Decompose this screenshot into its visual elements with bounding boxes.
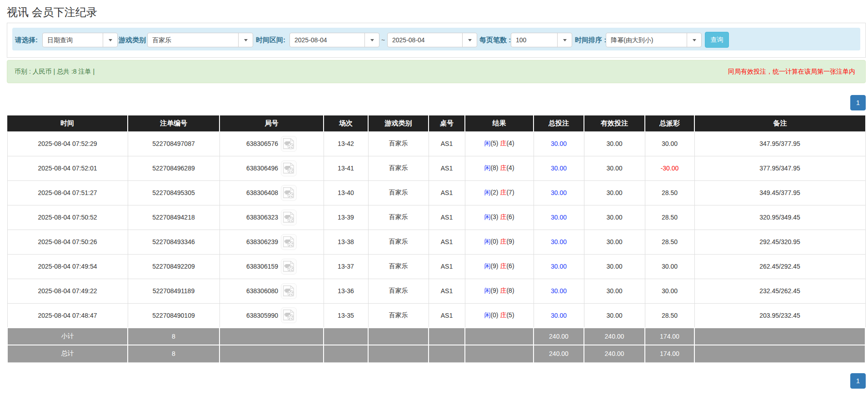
round-cell-content: 638306323: [246, 210, 297, 225]
video-file-icon: [283, 211, 295, 224]
cell-table-no: AS1: [429, 230, 465, 254]
date-from-input[interactable]: 2025-08-04: [289, 33, 379, 47]
page-size-select[interactable]: 100: [511, 33, 572, 47]
cell-result: 闲(0) 庄(5): [465, 303, 534, 328]
cell-round-id: 638306080: [219, 279, 324, 303]
video-replay-button[interactable]: [281, 160, 297, 176]
cell-result: 闲(3) 庄(6): [465, 205, 534, 230]
cell-time: 2025-08-04 07:52:29: [7, 131, 128, 156]
search-button[interactable]: 查询: [705, 32, 729, 48]
subtotal-cell: [465, 328, 534, 345]
result-player: 闲: [484, 164, 490, 171]
cell-payout: 30.00: [645, 279, 694, 303]
sort-order-select[interactable]: 降幂(由大到小): [606, 33, 702, 47]
cell-session: 13-41: [324, 156, 368, 180]
sort-order-label: 时间排序 :: [575, 29, 606, 51]
round-number: 638306576: [246, 140, 278, 147]
total-cell: 总计: [7, 345, 128, 362]
filter-bar: 请选择: 日期查询 游戏类别 百家乐 时间区间: 2025-08-04 ~ 20…: [12, 28, 860, 50]
range-separator: ~: [381, 29, 385, 51]
video-file-icon: [283, 309, 295, 321]
table-row: 2025-08-04 07:52:29522708497087638306576…: [7, 131, 865, 156]
total-bet-link[interactable]: 30.00: [551, 287, 567, 295]
subtotal-cell: [219, 328, 324, 345]
cell-session: 13-35: [324, 303, 368, 328]
page-number-button[interactable]: 1: [850, 95, 866, 110]
column-header: 总投注: [534, 115, 584, 131]
cell-game-type: 百家乐: [368, 254, 429, 279]
video-replay-button[interactable]: [281, 234, 297, 250]
table-body: 2025-08-04 07:52:29522708497087638306576…: [7, 131, 865, 362]
cell-round-id: 638306239: [219, 230, 324, 254]
date-to-value: 2025-08-04: [388, 33, 462, 47]
game-type-value: 百家乐: [148, 33, 238, 47]
table-row: 2025-08-04 07:49:22522708491189638306080…: [7, 279, 865, 303]
game-type-select[interactable]: 百家乐: [147, 33, 253, 47]
total-cell: [324, 345, 368, 362]
video-replay-button[interactable]: [281, 185, 297, 201]
video-replay-button[interactable]: [281, 210, 297, 225]
table-header-row: 时间注单编号局号场次游戏类别桌号结果总投注有效投注总派彩备注: [7, 115, 865, 131]
total-bet-link[interactable]: 30.00: [551, 189, 567, 196]
video-replay-button[interactable]: [281, 283, 297, 299]
round-number: 638306496: [246, 165, 278, 172]
cell-note: 377.95/347.95: [694, 156, 865, 180]
cell-total-bet: 30.00: [534, 303, 584, 328]
cell-result: 闲(2) 庄(7): [465, 180, 534, 205]
subtotal-cell: 小计: [7, 328, 128, 345]
cell-total-bet: 30.00: [534, 230, 584, 254]
cell-valid-bet: 30.00: [584, 156, 645, 180]
cell-bet-id: 522708490109: [128, 303, 219, 328]
query-type-label: 请选择:: [15, 29, 38, 51]
cell-bet-id: 522708496289: [128, 156, 219, 180]
payout-value: 28.50: [662, 238, 678, 245]
subtotal-cell: 240.00: [584, 328, 645, 345]
video-replay-button[interactable]: [281, 307, 297, 323]
query-type-select[interactable]: 日期查询: [42, 33, 118, 47]
total-bet-link[interactable]: 30.00: [551, 214, 567, 221]
cell-note: 349.45/377.95: [694, 180, 865, 205]
cell-game-type: 百家乐: [368, 131, 429, 156]
cell-table-no: AS1: [429, 279, 465, 303]
cell-table-no: AS1: [429, 156, 465, 180]
cell-total-bet: 30.00: [534, 279, 584, 303]
column-header: 场次: [324, 115, 368, 131]
table-row: 2025-08-04 07:50:26522708493346638306239…: [7, 230, 865, 254]
total-bet-link[interactable]: 30.00: [551, 312, 567, 319]
video-replay-button[interactable]: [281, 259, 297, 275]
total-bet-link[interactable]: 30.00: [551, 165, 567, 172]
total-row: 总计8240.00240.00174.00: [7, 345, 865, 362]
round-cell-content: 638305990: [246, 307, 297, 323]
result-banker: 庄: [500, 287, 506, 294]
cell-game-type: 百家乐: [368, 279, 429, 303]
total-bet-link[interactable]: 30.00: [551, 263, 567, 270]
cell-note: 292.45/320.95: [694, 230, 865, 254]
cell-result: 闲(9) 庄(8): [465, 279, 534, 303]
table-row: 2025-08-04 07:50:52522708494218638306323…: [7, 205, 865, 230]
cell-round-id: 638305990: [219, 303, 324, 328]
round-number: 638306323: [246, 214, 278, 221]
total-bet-link[interactable]: 30.00: [551, 140, 567, 147]
total-bet-link[interactable]: 30.00: [551, 238, 567, 245]
column-header: 桌号: [429, 115, 465, 131]
table-row: 2025-08-04 07:52:01522708496289638306496…: [7, 156, 865, 180]
page-number-button[interactable]: 1: [850, 373, 866, 389]
page-size-value: 100: [511, 33, 557, 47]
date-to-input[interactable]: 2025-08-04: [387, 33, 477, 47]
result-player: 闲: [484, 140, 490, 147]
column-header: 备注: [694, 115, 865, 131]
cell-payout: 28.50: [645, 180, 694, 205]
chevron-down-icon: [364, 33, 379, 47]
total-cell: [429, 345, 465, 362]
subtotal-row: 小计8240.00240.00174.00: [7, 328, 865, 345]
round-number: 638306159: [246, 263, 278, 270]
cell-valid-bet: 30.00: [584, 230, 645, 254]
subtotal-cell: 8: [128, 328, 219, 345]
payout-value: -30.00: [661, 165, 679, 172]
result-banker: 庄: [500, 189, 506, 196]
cell-table-no: AS1: [429, 303, 465, 328]
chevron-down-triangle: [468, 39, 472, 41]
video-replay-button[interactable]: [281, 136, 297, 152]
cell-valid-bet: 30.00: [584, 131, 645, 156]
cell-bet-id: 522708493346: [128, 230, 219, 254]
